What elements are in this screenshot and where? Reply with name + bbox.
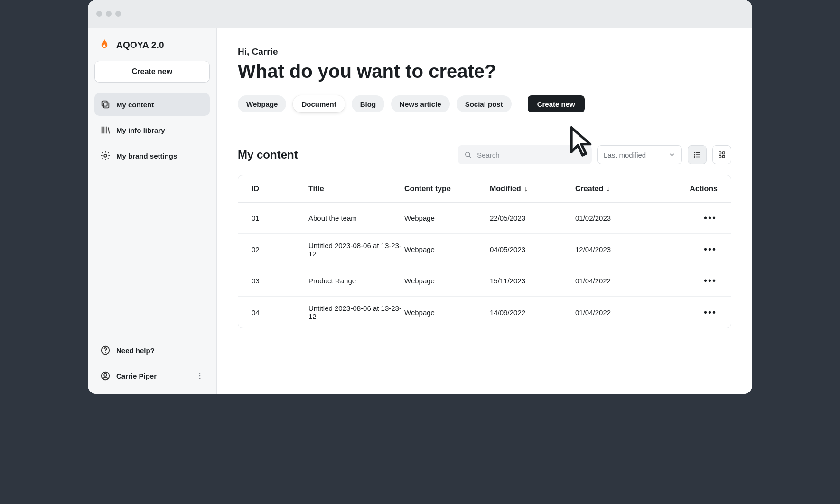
copy-icon	[100, 99, 111, 110]
svg-rect-17	[723, 156, 725, 158]
svg-rect-14	[719, 152, 721, 154]
col-actions: Actions	[661, 185, 718, 193]
table-row[interactable]: 04 Untitled 2023-08-06 at 13-23-12 Webpa…	[238, 297, 731, 328]
cell-modified: 04/05/2023	[490, 245, 575, 253]
user-icon	[100, 371, 111, 381]
view-grid-button[interactable]	[712, 145, 731, 164]
col-id: ID	[252, 185, 308, 193]
row-actions-button[interactable]: •••	[703, 273, 718, 288]
create-new-button[interactable]: Create new	[528, 95, 585, 112]
content-title: My content	[238, 148, 298, 161]
content-header: My content Last modified	[238, 145, 731, 164]
cell-title: About the team	[308, 214, 404, 222]
create-chips-row: Webpage Document Blog News article Socia…	[238, 95, 731, 112]
sidebar-item-label: My info library	[116, 126, 165, 134]
svg-point-6	[104, 373, 107, 376]
user-profile[interactable]: Carrie Piper	[94, 364, 210, 387]
help-link[interactable]: Need help?	[94, 339, 210, 362]
cell-type: Webpage	[404, 277, 490, 285]
greeting: Hi, Carrie	[238, 47, 731, 57]
page-headline: What do you want to create?	[238, 61, 731, 82]
cell-title: Product Range	[308, 277, 404, 285]
arrow-down-icon: ↓	[607, 185, 610, 193]
section-divider	[238, 131, 731, 131]
user-menu-button[interactable]	[196, 372, 204, 380]
svg-point-8	[199, 375, 201, 377]
flame-icon	[97, 38, 112, 52]
library-icon	[100, 125, 111, 135]
chip-document[interactable]: Document	[293, 95, 345, 112]
row-actions-button[interactable]: •••	[703, 242, 718, 257]
user-name: Carrie Piper	[116, 372, 157, 380]
sidebar-item-my-content[interactable]: My content	[94, 93, 210, 116]
svg-point-11	[694, 152, 695, 153]
svg-rect-16	[719, 156, 721, 158]
svg-rect-1	[102, 101, 107, 106]
grid-icon	[718, 150, 726, 159]
cell-type: Webpage	[404, 245, 490, 253]
sidebar-item-info-library[interactable]: My info library	[94, 119, 210, 141]
search-input[interactable]	[477, 151, 586, 159]
chip-news-article[interactable]: News article	[391, 95, 450, 112]
main-panel: Hi, Carrie What do you want to create? W…	[217, 28, 752, 394]
svg-point-12	[694, 154, 695, 155]
col-title: Title	[308, 185, 404, 193]
window-titlebar	[88, 0, 752, 28]
sort-select[interactable]: Last modified	[597, 145, 682, 164]
row-actions-button[interactable]: •••	[703, 211, 718, 225]
cell-modified: 22/05/2023	[490, 214, 575, 222]
cell-modified: 14/09/2022	[490, 308, 575, 317]
sidebar-footer: Need help? Carrie Piper	[94, 339, 210, 387]
col-type: Content type	[404, 185, 490, 193]
table-row[interactable]: 01 About the team Webpage 22/05/2023 01/…	[238, 203, 731, 234]
svg-rect-15	[723, 152, 725, 154]
chip-blog[interactable]: Blog	[352, 95, 384, 112]
gear-icon	[100, 150, 111, 161]
view-list-button[interactable]	[688, 145, 707, 164]
cell-id: 04	[252, 308, 308, 317]
cell-created: 12/04/2023	[575, 245, 661, 253]
list-icon	[693, 150, 701, 159]
help-label: Need help?	[116, 346, 155, 355]
cell-created: 01/04/2022	[575, 277, 661, 285]
cell-created: 01/04/2022	[575, 308, 661, 317]
svg-point-4	[105, 352, 106, 353]
window-dot	[106, 11, 112, 17]
cell-id: 01	[252, 214, 308, 222]
sidebar-item-label: My brand settings	[116, 152, 177, 160]
search-icon	[464, 150, 472, 159]
cell-type: Webpage	[404, 308, 490, 317]
app-window: AQOYA 2.0 Create new My content My info …	[88, 0, 752, 394]
col-created[interactable]: Created↓	[575, 185, 661, 193]
chip-webpage[interactable]: Webpage	[238, 95, 286, 112]
svg-point-2	[104, 154, 107, 157]
cell-modified: 15/11/2023	[490, 277, 575, 285]
search-box[interactable]	[458, 145, 592, 164]
table-header: ID Title Content type Modified↓ Created↓…	[238, 175, 731, 203]
sidebar-item-label: My content	[116, 101, 154, 109]
cell-id: 02	[252, 245, 308, 253]
table-row[interactable]: 03 Product Range Webpage 15/11/2023 01/0…	[238, 265, 731, 297]
svg-point-10	[466, 152, 470, 157]
sidebar-create-button[interactable]: Create new	[94, 61, 210, 83]
cell-title: Untitled 2023-08-06 at 13-23-12	[308, 242, 404, 258]
sidebar-nav: My content My info library My brand sett…	[94, 93, 210, 167]
table-row[interactable]: 02 Untitled 2023-08-06 at 13-23-12 Webpa…	[238, 234, 731, 265]
cell-title: Untitled 2023-08-06 at 13-23-12	[308, 304, 404, 320]
chevron-down-icon	[668, 151, 676, 159]
svg-point-9	[199, 378, 201, 379]
sidebar: AQOYA 2.0 Create new My content My info …	[88, 28, 217, 394]
content-table: ID Title Content type Modified↓ Created↓…	[238, 175, 731, 328]
svg-rect-0	[103, 103, 109, 108]
cell-type: Webpage	[404, 214, 490, 222]
chip-social-post[interactable]: Social post	[457, 95, 512, 112]
row-actions-button[interactable]: •••	[703, 305, 718, 320]
app-body: AQOYA 2.0 Create new My content My info …	[88, 28, 752, 394]
svg-point-7	[199, 373, 201, 374]
sort-label: Last modified	[604, 151, 646, 159]
cell-id: 03	[252, 277, 308, 285]
col-modified[interactable]: Modified↓	[490, 185, 575, 193]
window-dot	[96, 11, 102, 17]
brand-name: AQOYA 2.0	[116, 40, 164, 50]
sidebar-item-brand-settings[interactable]: My brand settings	[94, 144, 210, 167]
